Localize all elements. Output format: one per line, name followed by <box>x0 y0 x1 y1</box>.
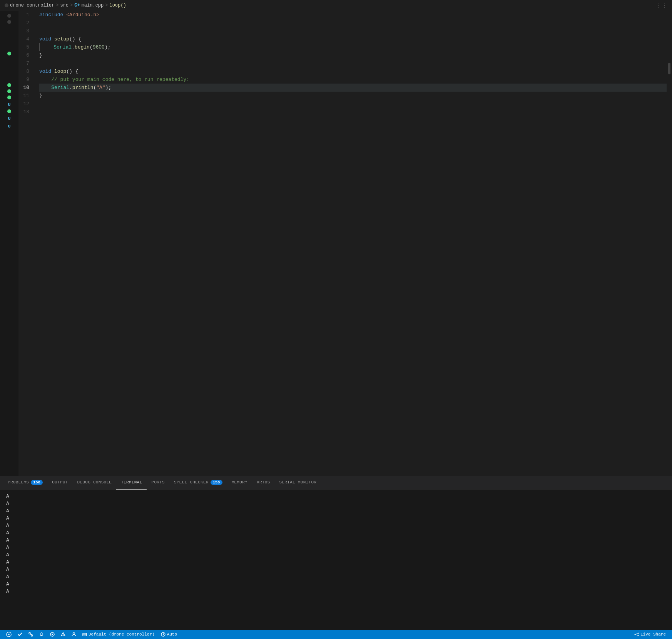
code-line-7 <box>39 59 667 67</box>
svg-point-17 <box>637 633 639 634</box>
terminal-line-12: A <box>6 573 666 580</box>
svg-line-20 <box>635 635 637 636</box>
git-branch-icon <box>28 632 33 637</box>
code-line-5: Serial.begin(9600); <box>39 43 667 51</box>
terminal-line-10: A <box>6 558 666 566</box>
tab-ports[interactable]: PORTS <box>147 476 169 490</box>
activity-dot-5[interactable] <box>7 89 11 93</box>
breadcrumb: drone controller > src > C+ main.cpp > l… <box>0 0 672 11</box>
svg-point-16 <box>634 634 635 635</box>
code-line-2 <box>39 19 667 27</box>
breadcrumb-src[interactable]: src <box>60 3 69 8</box>
activity-label-u3[interactable]: U <box>8 124 11 129</box>
tab-spell-checker-label: SPELL CHECKER <box>174 480 209 485</box>
spell-checker-badge: 158 <box>211 480 222 485</box>
svg-line-4 <box>30 634 32 635</box>
status-auto[interactable]: Auto <box>158 630 180 639</box>
editor-scrollbar[interactable] <box>667 11 672 476</box>
status-git[interactable] <box>25 630 36 639</box>
status-person[interactable] <box>69 630 79 639</box>
breadcrumb-sep2: > <box>70 3 73 8</box>
tab-xrtos-label: XRTOS <box>257 480 270 485</box>
tab-spell-checker[interactable]: SPELL CHECKER 158 <box>169 476 227 490</box>
problems-badge: 158 <box>31 480 43 485</box>
tab-serial-monitor[interactable]: SERIAL MONITOR <box>275 476 321 490</box>
tab-problems[interactable]: PROBLEMS 158 <box>3 476 47 490</box>
activity-label-u1[interactable]: U <box>8 102 11 107</box>
svg-point-11 <box>63 635 64 636</box>
tab-serial-monitor-label: SERIAL MONITOR <box>279 480 317 485</box>
tab-problems-label: PROBLEMS <box>8 480 29 485</box>
code-line-3 <box>39 27 667 35</box>
tab-output-label: OUTPUT <box>52 480 68 485</box>
svg-point-2 <box>29 632 30 634</box>
error-icon <box>50 632 55 637</box>
activity-dot-7[interactable] <box>7 109 11 113</box>
scrollbar-thumb[interactable] <box>668 63 670 74</box>
code-line-11: } <box>39 92 667 100</box>
status-check[interactable] <box>15 630 25 639</box>
svg-point-12 <box>73 633 75 635</box>
terminal-content[interactable]: A A A A A A A A A A A A A A <box>0 490 672 630</box>
terminal-line-6: A <box>6 529 666 537</box>
activity-dot-1[interactable] <box>7 14 11 18</box>
code-line-10: Serial.println("A"); <box>39 84 667 92</box>
status-default-label: Default (drone controller) <box>89 632 155 637</box>
bell-icon <box>39 632 44 637</box>
svg-point-3 <box>31 635 33 636</box>
breadcrumb-symbol[interactable]: loop() <box>109 3 126 8</box>
live-share-label: Live Share <box>640 632 666 637</box>
terminal-line-5: A <box>6 522 666 529</box>
live-share-icon <box>634 632 639 637</box>
status-bell[interactable] <box>36 630 47 639</box>
activity-dot-4[interactable] <box>7 83 11 87</box>
tab-debug-console[interactable]: DEBUG CONSOLE <box>73 476 117 490</box>
tab-memory-label: MEMORY <box>232 480 247 485</box>
terminal-line-9: A <box>6 551 666 558</box>
activity-dot-3[interactable] <box>7 52 11 55</box>
activity-dot-6[interactable] <box>7 96 11 99</box>
tab-ports-label: PORTS <box>151 480 165 485</box>
panel-tabs: PROBLEMS 158 OUTPUT DEBUG CONSOLE TERMIN… <box>0 476 672 490</box>
breadcrumb-cpp-icon: C+ <box>74 3 80 8</box>
panel: PROBLEMS 158 OUTPUT DEBUG CONSOLE TERMIN… <box>0 476 672 630</box>
activity-label-u2[interactable]: U <box>8 116 11 121</box>
minimap-icon: ⋮⋮ <box>655 2 667 9</box>
status-errors[interactable] <box>47 630 58 639</box>
terminal-line-13: A <box>6 580 666 588</box>
code-line-9: // put your main code here, to run repea… <box>39 75 667 84</box>
svg-point-18 <box>637 635 639 636</box>
status-live-share[interactable]: Live Share <box>631 630 669 639</box>
code-content[interactable]: #include <Arduino.h> void setup() { Seri… <box>38 11 667 476</box>
terminal-line-14: A <box>6 588 666 595</box>
status-warnings[interactable] <box>58 630 69 639</box>
status-default[interactable]: Default (drone controller) <box>79 630 158 639</box>
line-numbers: 1 2 3 4 5 6 7 8 9 10 11 12 13 <box>18 11 38 476</box>
status-auto-label: Auto <box>167 632 177 637</box>
breadcrumb-file[interactable]: main.cpp <box>82 3 104 8</box>
tab-xrtos[interactable]: XRTOS <box>252 476 275 490</box>
activity-dot-2[interactable] <box>7 20 11 24</box>
status-bar: Default (drone controller) Auto Live Sha… <box>0 630 672 639</box>
code-line-12 <box>39 100 667 108</box>
tab-terminal[interactable]: TERMINAL <box>116 476 147 490</box>
remote-icon <box>6 632 12 637</box>
code-line-8: void loop() { <box>39 67 667 75</box>
svg-line-19 <box>635 634 637 634</box>
code-editor[interactable]: 1 2 3 4 5 6 7 8 9 10 11 12 13 <box>18 11 672 476</box>
tab-memory[interactable]: MEMORY <box>227 476 252 490</box>
activity-bar: U U U <box>0 11 18 476</box>
code-line-6: } <box>39 51 667 59</box>
terminal-line-2: A <box>6 500 666 507</box>
status-remote-icon[interactable] <box>3 630 15 639</box>
code-line-13 <box>39 108 667 116</box>
check-icon <box>18 632 22 637</box>
tab-output[interactable]: OUTPUT <box>47 476 72 490</box>
breadcrumb-project[interactable]: drone controller <box>10 3 54 8</box>
code-line-4: void setup() { <box>39 35 667 43</box>
terminal-line-1: A <box>6 493 666 500</box>
code-line-1: #include <Arduino.h> <box>39 11 667 19</box>
tab-terminal-label: TERMINAL <box>121 480 142 485</box>
terminal-line-7: A <box>6 537 666 544</box>
person-icon <box>72 632 76 637</box>
